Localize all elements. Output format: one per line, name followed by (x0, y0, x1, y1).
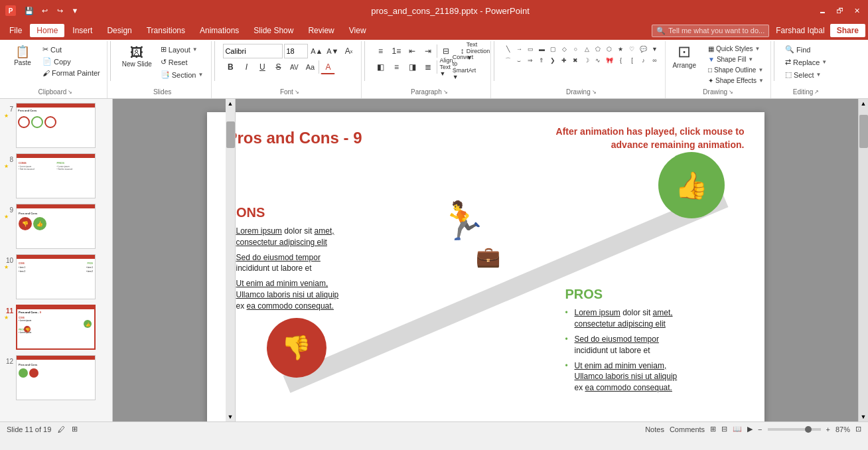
shape-moon[interactable]: ☽ (581, 55, 592, 66)
quick-styles-button[interactable]: ▦ Quick Styles ▼ (705, 44, 766, 54)
shape-note[interactable]: ♪ (638, 55, 648, 66)
close-button[interactable]: ✕ (851, 5, 863, 17)
slide-thumb-11[interactable]: 11 ★ Pros and Cons - 9 👍 CONS • Lorem ip… (3, 303, 109, 351)
shape-block-arrow2[interactable]: ⇑ (536, 55, 547, 66)
increase-indent-button[interactable]: ⇥ (421, 44, 435, 58)
new-slide-button[interactable]: 🖼 New Slide (119, 44, 155, 70)
shape-star[interactable]: ★ (615, 44, 626, 54)
zoom-in-button[interactable]: + (826, 425, 830, 433)
cut-button[interactable]: ✂ Cut (40, 44, 103, 55)
font-name-input[interactable] (223, 44, 283, 58)
shape-cross[interactable]: ✖ (570, 55, 581, 66)
shape-diamond[interactable]: ◇ (559, 44, 569, 54)
shape-bracket[interactable]: [ (626, 55, 637, 66)
arrange-button[interactable]: Arrange (670, 60, 699, 70)
font-size-input[interactable] (284, 44, 308, 58)
menu-slideshow[interactable]: Slide Show (247, 24, 300, 37)
shape-oval[interactable]: ○ (570, 44, 581, 54)
menu-animations[interactable]: Animations (193, 24, 246, 37)
underline-button[interactable]: U (255, 60, 269, 74)
char-spacing-button[interactable]: AV (287, 60, 301, 74)
align-center-button[interactable]: ≡ (389, 60, 403, 74)
menu-file[interactable]: File (3, 24, 29, 37)
layout-button[interactable]: ⊞ Layout ▼ (158, 44, 206, 55)
slide-sorter-icon[interactable]: ⊟ (721, 425, 727, 433)
reading-view-icon[interactable]: 📖 (733, 425, 742, 433)
align-text-button[interactable]: Align Text ▼ (439, 60, 453, 74)
shape-rect2[interactable]: ▬ (536, 44, 547, 54)
shape-heart[interactable]: ♡ (626, 44, 637, 54)
replace-button[interactable]: ⇄ Replace ▼ (782, 56, 830, 68)
shape-chevron[interactable]: ❯ (547, 55, 558, 66)
zoom-out-button[interactable]: − (758, 425, 762, 433)
shape-outline-button[interactable]: □ Shape Outline ▼ (705, 65, 766, 75)
decrease-indent-button[interactable]: ⇤ (405, 44, 419, 58)
undo-button[interactable]: ↩ (38, 4, 51, 17)
shape-arrow[interactable]: → (514, 44, 524, 54)
shape-fill-button[interactable]: ▼ Shape Fill ▼ (705, 54, 766, 64)
shape-block-arrow[interactable]: ⇒ (525, 55, 536, 66)
customize-button[interactable]: ▼ (68, 4, 82, 17)
shape-arc[interactable]: ⌣ (514, 55, 524, 66)
shape-rect[interactable]: ▭ (525, 44, 536, 54)
menu-home[interactable]: Home (30, 24, 64, 37)
italic-button[interactable]: I (239, 60, 253, 74)
font-color-button[interactable]: A (321, 60, 335, 74)
right-scroll-down-button[interactable]: ▼ (859, 412, 868, 421)
font-case-button[interactable]: Aa (303, 60, 317, 74)
scroll-up-button[interactable]: ▲ (226, 99, 235, 108)
editing-expand-icon[interactable]: ↗ (814, 89, 819, 95)
shape-line[interactable]: ╲ (502, 44, 513, 54)
reset-button[interactable]: ↺ Reset (158, 56, 206, 68)
paste-button[interactable]: 📋 Paste (8, 44, 37, 68)
shapes-more-icon[interactable]: ▼ (649, 44, 660, 54)
share-button[interactable]: Share (830, 24, 865, 37)
vertical-scrollbar-thumb[interactable] (226, 121, 235, 148)
drawing2-expand-icon[interactable]: ↘ (729, 89, 733, 95)
paragraph-expand-icon[interactable]: ↘ (443, 89, 448, 95)
slide-thumb-9[interactable]: 9 ★ Pros and Cons 👎 👍 (3, 202, 109, 250)
shape-ribbon[interactable]: 🎀 (604, 55, 615, 66)
clear-format-button[interactable]: Ax (341, 44, 356, 58)
shape-brace[interactable]: { (615, 55, 626, 66)
menu-review[interactable]: Review (301, 24, 340, 37)
shape-misc[interactable]: ∞ (649, 55, 660, 66)
restore-button[interactable]: 🗗 (833, 5, 845, 17)
increase-font-button[interactable]: A▲ (309, 44, 324, 58)
slide-thumb-7[interactable]: 7 ★ Pros and Cons (3, 102, 109, 149)
convert-smartart-button[interactable]: Convert to SmartArt ▼ (457, 60, 471, 74)
right-scrollbar-thumb[interactable] (859, 115, 868, 148)
copy-button[interactable]: 📄 Copy (40, 56, 103, 67)
bullet-list-button[interactable]: ≡ (373, 44, 388, 58)
menu-design[interactable]: Design (100, 24, 138, 37)
search-bar[interactable]: 🔍 Tell me what you want to do... (652, 25, 769, 37)
decrease-font-button[interactable]: A▼ (325, 44, 340, 58)
align-left-button[interactable]: ◧ (373, 60, 388, 74)
zoom-slider[interactable] (768, 428, 821, 431)
shape-callout[interactable]: 💬 (638, 44, 648, 54)
redo-button[interactable]: ↪ (53, 4, 66, 17)
menu-transitions[interactable]: Transitions (140, 24, 192, 37)
notes-button[interactable]: Notes (645, 425, 664, 433)
shape-wave[interactable]: ∿ (593, 55, 603, 66)
find-button[interactable]: 🔍 Find (782, 44, 813, 55)
slide-thumb-10[interactable]: 10 ★ CONS • item 1 • item 2 PROS • ite (3, 253, 109, 301)
right-scroll-up-button[interactable]: ▲ (859, 99, 868, 108)
font-expand-icon[interactable]: ↘ (295, 89, 299, 95)
drawing-expand-icon[interactable]: ↘ (592, 89, 597, 95)
menu-insert[interactable]: Insert (66, 24, 99, 37)
minimize-button[interactable]: 🗕 (816, 5, 828, 17)
select-button[interactable]: ⬚ Select ▼ (782, 69, 824, 80)
slide-thumb-8[interactable]: 8 ★ CONS • Lorem ipsum • Sed do eiusmod … (3, 152, 109, 200)
align-right-button[interactable]: ◨ (405, 60, 419, 74)
slideshow-icon[interactable]: ▶ (747, 425, 753, 433)
save-button[interactable]: 💾 (23, 4, 36, 17)
format-painter-button[interactable]: 🖌 Format Painter (40, 68, 103, 78)
comments-button[interactable]: Comments (670, 425, 705, 433)
menu-view[interactable]: View (342, 24, 373, 37)
section-button[interactable]: 📑 Section ▼ (158, 69, 206, 80)
slide-thumb-12[interactable]: 12 Pros and Cons (3, 354, 109, 402)
scroll-down-button[interactable]: ▼ (226, 412, 235, 421)
shape-rounded-rect[interactable]: ▢ (547, 44, 558, 54)
shape-hexagon[interactable]: ⬡ (604, 44, 615, 54)
